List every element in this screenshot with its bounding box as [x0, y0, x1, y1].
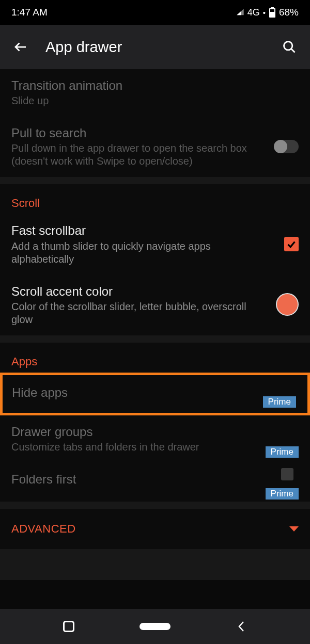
setting-sub: Color of the scrollbar slider, letter bu…	[11, 300, 268, 326]
setting-hide-apps[interactable]: Hide apps Prime	[3, 375, 307, 413]
svg-rect-2	[270, 9, 274, 12]
setting-transition-animation[interactable]: Transition animation Slide up	[0, 69, 310, 117]
home-pill-icon	[140, 623, 171, 630]
back-arrow-icon	[13, 39, 28, 55]
setting-label: Folders first	[11, 471, 290, 487]
setting-drawer-groups[interactable]: Drawer groups Customize tabs and folders…	[0, 415, 310, 463]
advanced-expander[interactable]: ADVANCED	[0, 509, 310, 549]
fast-scrollbar-checkbox[interactable]	[284, 237, 299, 251]
search-icon	[282, 40, 297, 54]
setting-pull-to-search[interactable]: Pull to search Pull down in the app draw…	[0, 117, 310, 177]
setting-scroll-accent-color[interactable]: Scroll accent color Color of the scrollb…	[0, 275, 310, 335]
folders-first-checkbox[interactable]	[281, 468, 293, 480]
setting-sub: Add a thumb slider to quickly navigate a…	[11, 240, 276, 266]
status-right: 4G • 68%	[236, 7, 299, 18]
setting-label: Hide apps	[12, 384, 290, 400]
setting-label: Drawer groups	[11, 424, 290, 440]
back-button[interactable]	[7, 34, 34, 60]
setting-sub: Pull down in the app drawer to open the …	[11, 142, 267, 168]
nav-back-button[interactable]	[226, 616, 257, 637]
navigation-bar	[0, 609, 310, 644]
setting-label: Scroll accent color	[11, 283, 268, 299]
signal-sep: •	[263, 8, 266, 17]
pull-to-search-toggle[interactable]	[275, 140, 299, 153]
prime-badge: Prime	[266, 446, 299, 458]
setting-fast-scrollbar[interactable]: Fast scrollbar Add a thumb slider to qui…	[0, 214, 310, 275]
toggle-knob	[274, 140, 287, 153]
svg-point-3	[284, 42, 292, 50]
battery-icon	[269, 7, 276, 18]
signal-icon	[236, 8, 244, 17]
setting-label: Pull to search	[11, 125, 267, 141]
battery-pct: 68%	[279, 7, 299, 18]
section-header-scroll: Scroll	[0, 184, 310, 214]
highlight-box: Hide apps Prime	[0, 373, 310, 415]
nav-home-button[interactable]	[140, 616, 171, 637]
advanced-label: ADVANCED	[11, 522, 76, 536]
accent-color-swatch[interactable]	[276, 293, 299, 316]
search-button[interactable]	[276, 34, 303, 60]
nav-recent-button[interactable]	[53, 616, 84, 637]
network-label: 4G	[247, 7, 260, 18]
setting-sub: Customize tabs and folders in the drawer	[11, 441, 290, 454]
svg-rect-0	[271, 7, 274, 8]
status-time: 1:47 AM	[11, 7, 48, 18]
status-bar: 1:47 AM 4G • 68%	[0, 0, 310, 25]
chevron-down-icon	[289, 526, 299, 532]
prime-badge: Prime	[263, 396, 296, 408]
setting-value: Slide up	[11, 94, 290, 107]
section-header-apps: Apps	[0, 343, 310, 373]
app-bar: App drawer	[0, 25, 310, 69]
prime-badge: Prime	[266, 488, 299, 500]
check-icon	[286, 238, 297, 250]
setting-label: Fast scrollbar	[11, 222, 276, 238]
square-icon	[63, 621, 74, 632]
chevron-left-icon	[237, 619, 246, 634]
setting-folders-first[interactable]: Folders first Prime	[0, 463, 310, 502]
setting-label: Transition animation	[11, 77, 290, 93]
page-title: App drawer	[45, 39, 276, 56]
